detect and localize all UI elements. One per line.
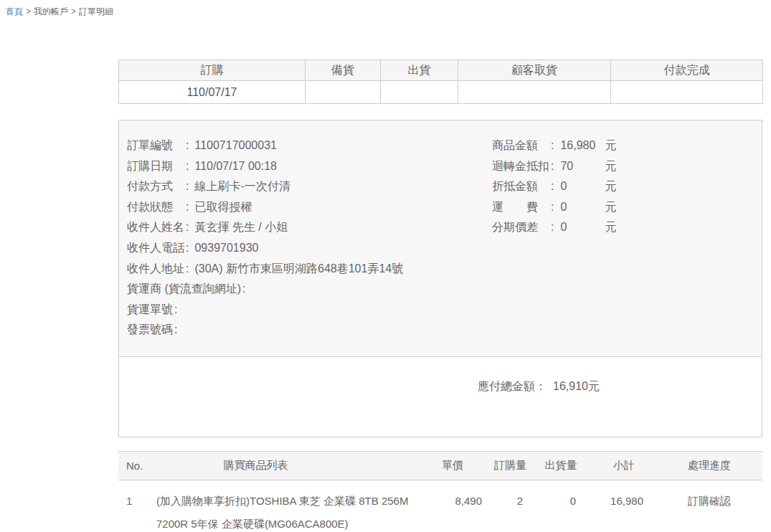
status-header-stocking: 備貨 <box>306 60 381 81</box>
payment-status-value: 已取得授權 <box>194 201 252 213</box>
shipping-fee-value: 0 <box>560 197 605 218</box>
info-row-recipient-name: 收件人姓名:黃玄揮 先生 / 小姐 <box>127 217 747 238</box>
info-row-recipient-phone: 收件人電話:0939701930 <box>127 238 747 259</box>
amount-label: 折抵金額 <box>492 180 549 192</box>
product-header-progress: 處理進度 <box>645 459 762 472</box>
product-header-ship-qty: 出貨量 <box>529 459 579 472</box>
status-shipped-value <box>381 81 458 104</box>
order-status-table: 訂購 備貨 出貨 顧客取貨 付款完成 110/07/17 <box>118 60 763 104</box>
info-label: 發票號碼 <box>127 323 173 336</box>
info-label: 貨運單號 <box>127 303 173 315</box>
order-number-value: 1100717000031 <box>194 139 277 151</box>
info-row-order-date: 訂購日期 :110/07/17 00:18 <box>127 156 747 177</box>
product-header-name: 購買商品列表 <box>156 459 423 472</box>
status-header-pickup: 顧客取貨 <box>458 60 611 81</box>
currency-unit: 元 <box>605 160 616 172</box>
recipient-name-value: 黃玄揮 先生 / 小姐 <box>194 221 288 233</box>
amount-row-installment-diff: 分期價差 :0元 <box>492 217 616 238</box>
amount-label: 分期價差 <box>492 221 549 233</box>
amount-row-rebate-deduction: 迴轉金抵扣:70元 <box>492 156 616 177</box>
order-date-value: 110/07/17 00:18 <box>194 160 276 172</box>
status-paid-value <box>611 81 763 104</box>
amount-label: 運 費 <box>492 201 549 213</box>
installment-diff-value: 0 <box>560 217 605 238</box>
payment-method-value: 線上刷卡-一次付清 <box>194 180 290 192</box>
status-header-ordered: 訂購 <box>119 60 306 81</box>
order-info-box: 訂單編號 :1100717000031 訂購日期 :110/07/17 00:1… <box>118 120 762 437</box>
currency-unit: 元 <box>605 139 616 151</box>
breadcrumb-separator: > <box>26 6 31 16</box>
breadcrumb-separator: > <box>71 6 76 16</box>
total-due-value: 16,910元 <box>553 380 600 392</box>
amount-label: 商品金額 <box>492 139 549 151</box>
breadcrumb-current-page: 訂單明細 <box>79 6 113 16</box>
info-label: 收件人地址 <box>127 262 184 275</box>
product-table: No. 購買商品列表 單價 訂購量 出貨量 小計 處理進度 1 (加入購物車享折… <box>118 451 762 532</box>
total-due-label: 應付總金額： <box>478 380 547 392</box>
info-row-payment-method: 付款方式 :線上刷卡-一次付清 <box>127 176 747 197</box>
info-label: 收件人姓名 <box>127 221 184 233</box>
recipient-phone-value: 0939701930 <box>194 242 258 254</box>
order-info-main: 訂單編號 :1100717000031 訂購日期 :110/07/17 00:1… <box>119 120 762 356</box>
product-row-order-qty: 2 <box>482 490 529 532</box>
status-stocking-value <box>306 81 381 104</box>
currency-unit: 元 <box>605 201 616 213</box>
currency-unit: 元 <box>605 180 616 192</box>
info-row-order-number: 訂單編號 :1100717000031 <box>127 136 747 156</box>
amount-row-item-total: 商品金額 :16,980元 <box>492 136 616 156</box>
order-info-left: 訂單編號 :1100717000031 訂購日期 :110/07/17 00:1… <box>127 136 747 341</box>
info-label: 付款方式 <box>127 180 184 192</box>
info-row-payment-status: 付款狀態 :已取得授權 <box>127 197 747 218</box>
status-ordered-date: 110/07/17 <box>119 81 306 104</box>
product-row-ship-qty: 0 <box>529 490 579 532</box>
rebate-deduction-value: 70 <box>560 156 605 177</box>
product-header-no: No. <box>118 460 156 472</box>
product-header-unit-price: 單價 <box>423 459 482 472</box>
info-label: 訂購日期 <box>127 160 184 172</box>
discount-value: 0 <box>560 176 605 197</box>
product-row-name: (加入購物車享折扣)TOSHIBA 東芝 企業碟 8TB 256M 7200R … <box>156 490 423 532</box>
product-header-order-qty: 訂購量 <box>482 459 529 472</box>
status-header-shipped: 出貨 <box>381 60 458 81</box>
product-header-subtotal: 小計 <box>579 459 645 472</box>
status-header-paid: 付款完成 <box>611 60 763 81</box>
status-header-row: 訂購 備貨 出貨 顧客取貨 付款完成 <box>119 60 763 81</box>
info-row-tracking-number: 貨運單號: <box>127 300 747 320</box>
info-label: 收件人電話 <box>127 242 184 254</box>
info-row-recipient-address: 收件人地址:(30A) 新竹市東區明湖路648巷101弄14號 <box>127 259 747 280</box>
product-table-header: No. 購買商品列表 單價 訂購量 出貨量 小計 處理進度 <box>118 451 762 480</box>
breadcrumb: 首頁>我的帳戶>訂單明細 <box>0 0 771 18</box>
info-label: 訂單編號 <box>127 139 184 151</box>
info-label: 貨運商 (貨流查詢網址) <box>127 282 241 295</box>
amount-row-discount: 折抵金額 :0元 <box>492 176 616 197</box>
total-due-section: 應付總金額：16,910元 <box>119 356 762 437</box>
breadcrumb-link-account[interactable]: 我的帳戶 <box>34 6 68 16</box>
amount-row-shipping-fee: 運 費 :0元 <box>492 197 616 218</box>
amount-label: 迴轉金抵扣 <box>492 160 549 172</box>
info-label: 付款狀態 <box>127 201 184 213</box>
info-row-carrier: 貨運商 (貨流查詢網址): <box>127 279 747 300</box>
product-row: 1 (加入購物車享折扣)TOSHIBA 東芝 企業碟 8TB 256M 7200… <box>118 480 762 532</box>
breadcrumb-link-home[interactable]: 首頁 <box>6 6 23 16</box>
info-row-invoice-number: 發票號碼: <box>127 320 747 341</box>
order-detail-content: 訂購 備貨 出貨 顧客取貨 付款完成 110/07/17 訂單編號 :11007… <box>118 60 762 532</box>
currency-unit: 元 <box>605 221 616 233</box>
product-row-progress: 訂購確認 <box>645 490 762 532</box>
product-row-unit-price: 8,490 <box>423 490 482 532</box>
recipient-address-value: (30A) 新竹市東區明湖路648巷101弄14號 <box>194 262 403 275</box>
status-pickup-value <box>458 81 611 104</box>
product-row-no: 1 <box>118 490 156 532</box>
item-total-value: 16,980 <box>560 136 605 156</box>
order-amounts: 商品金額 :16,980元 迴轉金抵扣:70元 折抵金額 :0元 運 費 :0元… <box>492 136 616 238</box>
product-row-subtotal: 16,980 <box>579 490 645 532</box>
status-value-row: 110/07/17 <box>119 81 763 104</box>
